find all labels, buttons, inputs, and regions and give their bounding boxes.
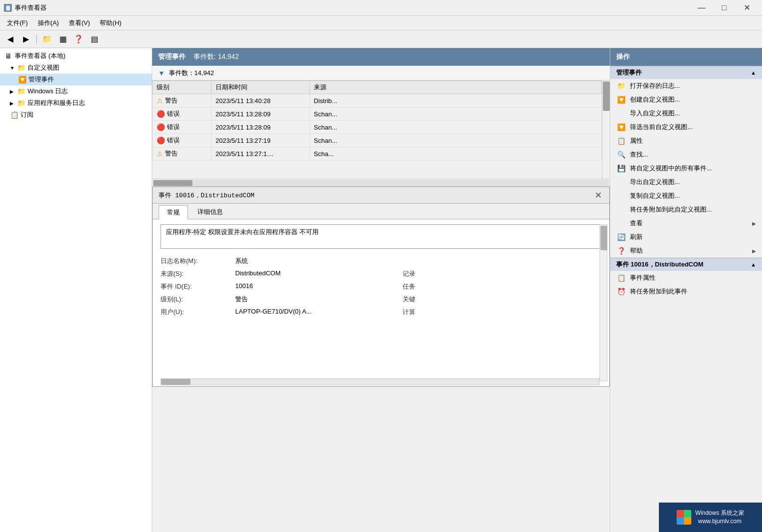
field-value-level: 警告 <box>233 294 399 305</box>
attach-icon <box>616 205 626 214</box>
h-scrollbar-thumb[interactable] <box>153 180 192 186</box>
level-text-3: 错误 <box>167 136 180 145</box>
field-value-source: DistributedCOM <box>233 268 399 279</box>
cell-level: 🔴 错误 <box>153 107 212 121</box>
right-panel: 操作 管理事件 ▲ 📁 打开保存的日志... 🔽 创建自定义视图... 导入自定… <box>610 48 762 532</box>
menu-file[interactable]: 文件(F) <box>2 17 33 29</box>
toolbar-help[interactable]: ❓ <box>71 32 86 46</box>
table-row[interactable]: 🔴 错误 2023/5/11 13:28:09 Schan... <box>153 107 602 121</box>
field-value-record <box>436 268 601 279</box>
action-copy-view[interactable]: 复制自定义视图... <box>610 189 762 203</box>
filter-icon: 🔽 <box>18 75 27 84</box>
sidebar-subscription-label: 订阅 <box>21 110 33 119</box>
sidebar-manage-events[interactable]: 🔽 管理事件 <box>0 74 152 85</box>
menu-bar: 文件(F) 操作(A) 查看(V) 帮助(H) <box>0 16 762 30</box>
sidebar-subscription[interactable]: 📋 订阅 <box>0 109 152 121</box>
action-attach-task[interactable]: 将任务附加到此自定义视图... <box>610 203 762 216</box>
vertical-scrollbar[interactable] <box>602 80 610 179</box>
table-row[interactable]: 🔴 错误 2023/5/11 13:27:19 Schan... <box>153 134 602 147</box>
detail-close-button[interactable]: ✕ <box>593 190 603 201</box>
expand-icon: ▼ <box>10 65 16 71</box>
action-import-view[interactable]: 导入自定义视图... <box>610 106 762 120</box>
toolbar-open[interactable]: 📁 <box>40 32 54 46</box>
horizontal-scrollbar[interactable] <box>152 179 610 186</box>
h-scrollbar-track <box>153 180 609 186</box>
error-icon-2: 🔴 <box>157 123 165 131</box>
table-row[interactable]: 🔴 错误 2023/5/11 13:28:09 Schan... <box>153 121 602 134</box>
section-manage-events-items: 📁 打开保存的日志... 🔽 创建自定义视图... 导入自定义视图... 🔽 筛… <box>610 79 762 258</box>
sidebar-custom-views[interactable]: ▼ 📁 自定义视图 <box>0 62 152 74</box>
actions-header: 操作 <box>610 48 762 66</box>
menu-view[interactable]: 查看(V) <box>64 17 95 29</box>
col-datetime[interactable]: 日期和时间 <box>212 81 310 94</box>
action-save-all[interactable]: 💾 将自定义视图中的所有事件... <box>610 161 762 175</box>
action-view[interactable]: 查看 ▶ <box>610 216 762 230</box>
cell-source: Distrib... <box>310 94 602 107</box>
action-properties[interactable]: 📋 属性 <box>610 134 762 148</box>
action-create-view[interactable]: 🔽 创建自定义视图... <box>610 93 762 106</box>
event-table-wrapper: 级别 日期和时间 来源 ⚠ 警告 <box>152 80 610 179</box>
filter-icon-bar: ▼ <box>158 69 165 77</box>
filter-count: 事件数：14,942 <box>169 69 214 78</box>
cell-source-2: Schan... <box>310 121 602 134</box>
field-value-empty1 <box>436 256 601 266</box>
detail-tabs: 常规 详细信息 <box>153 204 609 219</box>
section-manage-events[interactable]: 管理事件 ▲ <box>610 66 762 79</box>
toolbar-back[interactable]: ◀ <box>3 32 18 46</box>
action-attach-event-task[interactable]: ⏰ 将任务附加到此事件 <box>610 285 762 298</box>
sidebar-windows-log[interactable]: ▶ 📁 Windows 日志 <box>0 85 152 97</box>
action-refresh[interactable]: 🔄 刷新 <box>610 230 762 244</box>
maximize-button[interactable]: □ <box>713 0 735 15</box>
title-bar: 📋 事件查看器 — □ ✕ <box>0 0 762 16</box>
field-label-eventid: 事件 ID(E): <box>161 281 229 292</box>
cell-datetime: 2023/5/11 13:28:09 <box>212 107 310 121</box>
detail-message-text: 应用程序-特定 权限设置并未向在应用程序容器 不可用 <box>166 228 319 236</box>
tab-details[interactable]: 详细信息 <box>189 205 231 219</box>
sidebar-app-services-log[interactable]: ▶ 📁 应用程序和服务日志 <box>0 97 152 109</box>
action-help[interactable]: ❓ 帮助 ▶ <box>610 244 762 258</box>
sidebar: 🖥 事件查看器 (本地) ▼ 📁 自定义视图 🔽 管理事件 ▶ 📁 Window… <box>0 48 152 532</box>
field-value-log: 系统 <box>233 256 399 266</box>
table-row[interactable]: ⚠ 警告 2023/5/11 13:27:1… Scha... <box>153 147 602 160</box>
import-icon <box>616 108 626 118</box>
level-text-2: 错误 <box>167 123 180 132</box>
expand-icon-2: ▶ <box>10 89 16 94</box>
action-copy-label: 复制自定义视图... <box>630 191 680 200</box>
level-error-badge-3: 🔴 错误 <box>157 136 207 145</box>
action-find[interactable]: 🔍 查找... <box>610 148 762 161</box>
detail-h-scrollbar[interactable] <box>161 378 599 385</box>
field-label-computer: 计算 <box>403 307 432 318</box>
col-source[interactable]: 来源 <box>310 81 602 94</box>
col-level[interactable]: 级别 <box>153 81 212 94</box>
action-filter-view[interactable]: 🔽 筛选当前自定义视图... <box>610 120 762 134</box>
minimize-button[interactable]: — <box>690 0 713 15</box>
action-open-log[interactable]: 📁 打开保存的日志... <box>610 79 762 93</box>
action-attach-event-task-label: 将任务附加到此事件 <box>630 287 687 296</box>
event-table-scroll[interactable]: 级别 日期和时间 来源 ⚠ 警告 <box>152 80 610 179</box>
close-button[interactable]: ✕ <box>735 0 758 15</box>
detail-scrollbar-thumb <box>600 226 607 250</box>
title-bar-text: 事件查看器 <box>15 3 690 12</box>
event-prop-icon: 📋 <box>616 273 626 283</box>
level-text: 错误 <box>167 109 180 118</box>
sidebar-root[interactable]: 🖥 事件查看器 (本地) <box>0 50 152 62</box>
detail-scrollbar[interactable] <box>599 224 607 381</box>
action-export-view[interactable]: 导出自定义视图... <box>610 175 762 189</box>
menu-action[interactable]: 操作(A) <box>33 17 64 29</box>
toolbar-details[interactable]: ▤ <box>87 32 102 46</box>
folder-open-icon: 📁 <box>616 81 626 91</box>
event-table: 级别 日期和时间 来源 ⚠ 警告 <box>152 80 602 160</box>
level-error-badge-2: 🔴 错误 <box>157 123 207 132</box>
table-row[interactable]: ⚠ 警告 2023/5/11 13:40:28 Distrib... <box>153 94 602 107</box>
event-detail-panel: 事件 10016，DistributedCOM ✕ 常规 详细信息 应用程序-特… <box>152 186 610 387</box>
cell-level: ⚠ 警告 <box>153 147 212 160</box>
cell-source-3: Schan... <box>310 134 602 147</box>
tab-general[interactable]: 常规 <box>159 205 188 219</box>
action-event-properties[interactable]: 📋 事件属性 <box>610 271 762 285</box>
toolbar-custom-view[interactable]: ▦ <box>55 32 70 46</box>
detail-fields: 日志名称(M): 系统 来源(S): DistributedCOM 记录 事件 … <box>161 256 601 318</box>
toolbar-forward[interactable]: ▶ <box>19 32 33 46</box>
scrollbar-thumb[interactable] <box>603 81 610 111</box>
section-event-detail[interactable]: 事件 10016，DistributedCOM ▲ <box>610 258 762 271</box>
menu-help[interactable]: 帮助(H) <box>95 17 126 29</box>
